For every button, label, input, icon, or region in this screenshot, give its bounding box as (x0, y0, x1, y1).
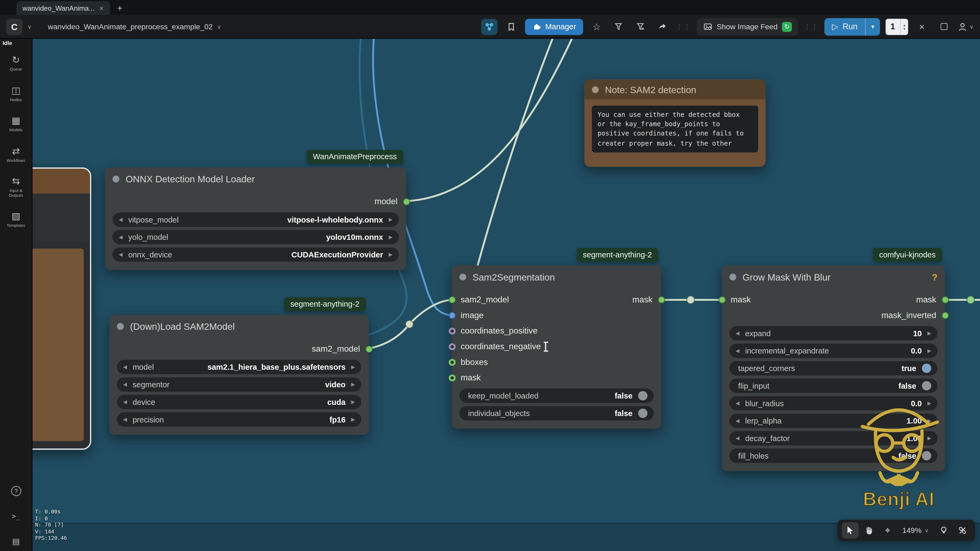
queue-panel-button[interactable] (935, 18, 952, 35)
share-icon[interactable] (654, 18, 671, 35)
decrement-icon[interactable]: ◀ (735, 418, 739, 424)
input-port-mask[interactable] (719, 296, 725, 303)
reroute-dot[interactable] (687, 296, 694, 303)
workflow-tab[interactable]: wanvideo_WanAnima... × (16, 2, 110, 15)
sidebar-item-inputs-outputs[interactable]: ⇆ Input & Outputs (2, 176, 30, 197)
node-download-sam2model[interactable]: (Down)Load SAM2Model sam2_model ◀ model … (110, 315, 369, 435)
node-help-icon[interactable]: ? (932, 272, 938, 282)
graph-view-button[interactable] (482, 18, 498, 35)
manager-button[interactable]: Manager (525, 18, 583, 35)
increment-icon[interactable]: ▴ (903, 23, 905, 27)
pan-tool-button[interactable] (861, 522, 877, 538)
toggle-knob[interactable] (638, 408, 648, 418)
toggle-knob[interactable] (922, 364, 931, 373)
run-button[interactable]: ▷ Run ▾ (824, 18, 880, 35)
collapse-dot[interactable] (460, 273, 466, 280)
lightbulb-icon[interactable] (935, 522, 952, 538)
decrement-icon[interactable]: ◀ (123, 417, 127, 422)
increment-icon[interactable]: ▶ (351, 417, 355, 422)
toggle-knob[interactable] (638, 391, 648, 400)
decrement-icon[interactable]: ◀ (119, 234, 123, 240)
fit-view-button[interactable]: ⌖ (879, 522, 896, 538)
widget-precision[interactable]: ◀ precision fp16 ▶ (117, 412, 361, 427)
decrement-icon[interactable]: ◀ (735, 348, 739, 354)
widget-vitpose_model[interactable]: ◀ vitpose_model vitpose-l-wholebody.onnx… (112, 213, 399, 227)
pointer-tool-button[interactable] (842, 522, 859, 538)
clear-queue-button[interactable]: × (914, 18, 930, 35)
node-header[interactable]: Sam2Segmentation (452, 265, 661, 288)
decrement-icon[interactable]: ◀ (119, 217, 123, 222)
output-port-mask[interactable] (942, 296, 948, 303)
widget-keep_model_loaded[interactable]: keep_model_loaded false (460, 389, 654, 403)
increment-icon[interactable]: ▶ (927, 330, 931, 336)
run-options-caret[interactable]: ▾ (865, 18, 880, 35)
output-port-mask_inverted[interactable] (942, 312, 948, 319)
node-note-sam2-detection[interactable]: Note: SAM2 detection You can use either … (584, 79, 765, 167)
widget-flip_input[interactable]: flip_input false (729, 378, 938, 393)
input-port-coordinates_negative[interactable] (449, 343, 455, 350)
collapse-dot[interactable] (117, 322, 124, 330)
note-text[interactable]: You can use either the detected bbox or … (592, 106, 758, 152)
collapse-dot[interactable] (592, 86, 599, 93)
node-header[interactable]: (Down)Load SAM2Model (110, 315, 369, 337)
decrement-icon[interactable]: ◀ (123, 382, 127, 387)
toggle-knob[interactable] (922, 381, 931, 391)
terminal-button[interactable]: >_ (12, 512, 20, 520)
new-tab-button[interactable]: + (117, 3, 122, 15)
node-header[interactable]: ONNX Detection Model Loader (105, 167, 406, 190)
input-port-mask[interactable] (449, 374, 455, 381)
link-visibility-icon[interactable] (954, 522, 970, 538)
output-port-model[interactable] (403, 198, 410, 205)
drag-handle-icon[interactable]: ⋮⋮ (676, 22, 691, 30)
input-port-image[interactable] (449, 312, 455, 319)
node-sam2segmentation[interactable]: Sam2Segmentation sam2_model mask image c… (452, 265, 661, 429)
help-button[interactable]: ? (11, 486, 21, 496)
output-port-mask[interactable] (658, 296, 665, 303)
show-image-feed-button[interactable]: Show Image Feed ↻ (697, 18, 798, 35)
node-header[interactable]: Note: SAM2 detection (584, 79, 765, 99)
sidebar-item-queue[interactable]: ↻ Queue (10, 55, 22, 71)
input-port-sam2_model[interactable] (449, 296, 455, 303)
decrement-icon[interactable]: ◀ (119, 252, 123, 257)
sidebar-item-models[interactable]: ▦ Models (9, 116, 22, 132)
shortcuts-button[interactable]: ▤ (12, 537, 20, 546)
collapse-dot[interactable] (112, 175, 119, 182)
output-port-sam2_model[interactable] (365, 346, 372, 353)
decrement-icon[interactable]: ◀ (123, 364, 127, 370)
star-icon[interactable]: ☆ (589, 18, 605, 35)
chevron-down-icon[interactable]: ∨ (27, 24, 32, 30)
decrement-icon[interactable]: ◀ (123, 399, 127, 405)
increment-icon[interactable]: ▶ (351, 399, 355, 405)
node-header[interactable]: Grow Mask With Blur ? (722, 265, 945, 288)
comfyui-logo[interactable]: C (6, 18, 22, 35)
widget-tapered_corners[interactable]: tapered_corners true (729, 361, 938, 376)
decrement-icon[interactable]: ◀ (735, 435, 739, 441)
increment-icon[interactable]: ▶ (388, 252, 392, 257)
increment-icon[interactable]: ▶ (388, 217, 392, 222)
bookmark-icon[interactable] (503, 18, 520, 35)
collapse-dot[interactable] (729, 273, 736, 280)
widget-onnx_device[interactable]: ◀ onnx_device CUDAExecutionProvider ▶ (112, 247, 399, 262)
batch-count-value[interactable]: 1 (886, 18, 900, 35)
increment-icon[interactable]: ▶ (927, 348, 931, 354)
widget-individual_objects[interactable]: individual_objects false (460, 406, 654, 421)
widget-expand[interactable]: ◀ expand 10 ▶ (729, 326, 938, 340)
drag-handle-icon[interactable]: ⋮⋮ (804, 22, 819, 30)
decrement-icon[interactable]: ◀ (735, 400, 739, 406)
widget-yolo_model[interactable]: ◀ yolo_model yolov10m.onnx ▶ (112, 230, 399, 245)
funnel-alt-icon[interactable] (632, 18, 648, 35)
widget-device[interactable]: ◀ device cuda ▶ (117, 395, 361, 409)
increment-icon[interactable]: ▶ (351, 364, 355, 370)
widget-incremental_expandrate[interactable]: ◀ incremental_expandrate 0.0 ▶ (729, 344, 938, 358)
reroute-dot[interactable] (406, 321, 413, 328)
reroute-dot[interactable] (967, 296, 974, 303)
sidebar-item-nodes[interactable]: ◫ Nodes (10, 85, 22, 102)
sidebar-item-templates[interactable]: ▧ Templates (7, 211, 25, 227)
decrement-icon[interactable]: ▾ (903, 27, 905, 30)
increment-icon[interactable]: ▶ (388, 234, 392, 240)
node-onnx-detection-model-loader[interactable]: ONNX Detection Model Loader model ◀ vitp… (105, 167, 406, 270)
input-port-bboxes[interactable] (449, 359, 455, 365)
close-tab-icon[interactable]: × (100, 4, 103, 12)
increment-icon[interactable]: ▶ (351, 382, 355, 387)
funnel-icon[interactable] (610, 18, 627, 35)
